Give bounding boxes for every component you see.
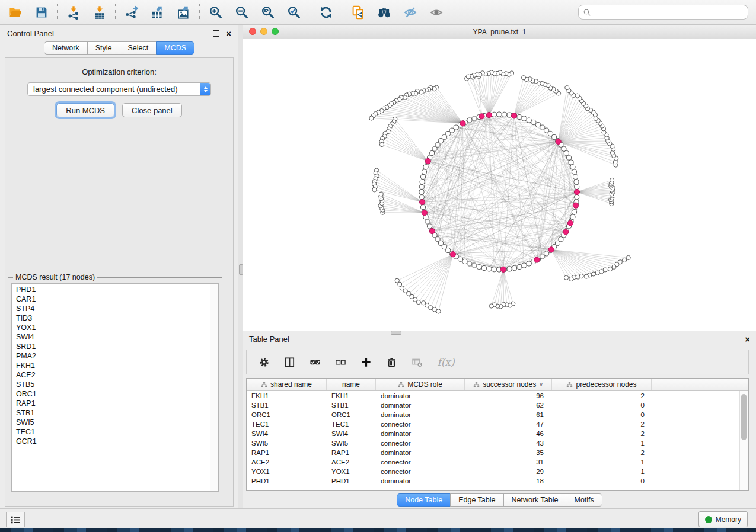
cell-MCDS-role[interactable]: dominator (376, 410, 465, 419)
horizontal-splitter[interactable] (391, 331, 401, 335)
cell-shared-name[interactable]: YOX1 (247, 467, 327, 476)
close-panel-button[interactable]: Close panel (122, 103, 182, 117)
save-session-icon[interactable] (34, 5, 49, 20)
cell-predecessor-nodes[interactable]: 2 (552, 448, 652, 457)
network-node[interactable] (420, 174, 425, 179)
network-node[interactable] (419, 184, 424, 189)
network-node[interactable] (472, 263, 477, 268)
mcds-result-item[interactable]: SWI5 (12, 418, 210, 427)
network-node[interactable] (477, 264, 481, 269)
cell-name[interactable]: SWI4 (327, 429, 376, 438)
table-tab-motifs[interactable]: Motifs (566, 493, 602, 507)
cell-MCDS-role[interactable]: dominator (376, 391, 465, 400)
mcds-result-item[interactable]: GCR1 (12, 437, 210, 446)
cell-name[interactable]: STB1 (327, 400, 376, 410)
network-node[interactable] (395, 278, 399, 283)
network-node[interactable] (507, 113, 512, 117)
network-node[interactable] (432, 307, 436, 312)
run-mcds-button[interactable]: Run MCDS (56, 103, 114, 117)
tab-style[interactable]: Style (87, 41, 120, 55)
table-row[interactable]: TEC1TEC1connector472 (247, 419, 748, 429)
table-row[interactable]: SWI5SWI5connector431 (247, 438, 748, 448)
network-node[interactable] (379, 142, 384, 146)
network-node[interactable] (565, 86, 569, 90)
network-node[interactable] (369, 116, 374, 120)
network-node[interactable] (626, 255, 630, 259)
network-node[interactable] (575, 195, 579, 200)
network-node[interactable] (570, 165, 575, 169)
select-all-icon[interactable] (308, 355, 321, 368)
mcds-hub-node[interactable] (500, 267, 506, 272)
cell-predecessor-nodes[interactable]: 0 (552, 400, 652, 410)
export-network-icon[interactable] (124, 5, 139, 20)
zoom-fit-icon[interactable] (260, 5, 276, 20)
network-node[interactable] (517, 114, 522, 119)
table-tab-edge-table[interactable]: Edge Table (450, 493, 503, 507)
network-node[interactable] (522, 263, 527, 268)
memory-button[interactable]: Memory (698, 511, 748, 527)
mcds-hub-node[interactable] (534, 257, 540, 262)
network-node[interactable] (573, 174, 578, 179)
network-node[interactable] (467, 118, 472, 123)
network-node[interactable] (612, 265, 616, 269)
search-box[interactable] (578, 5, 748, 20)
network-node[interactable] (531, 120, 536, 124)
cell-shared-name[interactable]: SWI5 (247, 438, 327, 448)
cell-shared-name[interactable]: SWI4 (247, 429, 327, 438)
network-node[interactable] (372, 188, 377, 192)
export-table-icon[interactable] (150, 5, 165, 20)
network-node[interactable] (570, 214, 575, 219)
network-node[interactable] (446, 248, 451, 252)
cell-predecessor-nodes[interactable]: 2 (552, 419, 652, 429)
cell-shared-name[interactable]: ORC1 (247, 410, 327, 419)
network-node[interactable] (422, 301, 426, 305)
cell-predecessor-nodes[interactable]: 1 (552, 438, 652, 448)
network-node[interactable] (572, 169, 576, 174)
cell-successor-nodes[interactable]: 96 (465, 391, 552, 400)
table-row[interactable]: RAP1RAP1dominator352 (247, 448, 748, 457)
close-panel-icon[interactable]: × (226, 31, 231, 36)
network-node[interactable] (425, 219, 430, 224)
network-node[interactable] (608, 267, 612, 271)
close-table-panel-icon[interactable]: × (745, 336, 750, 342)
mcds-hub-node[interactable] (556, 139, 561, 144)
cell-name[interactable]: TEC1 (327, 419, 376, 429)
cell-predecessor-nodes[interactable]: 0 (552, 476, 652, 486)
network-node[interactable] (454, 125, 458, 130)
mcds-hub-node[interactable] (450, 252, 455, 257)
cell-MCDS-role[interactable]: connector (376, 457, 465, 467)
network-node[interactable] (419, 90, 423, 94)
network-node[interactable] (562, 146, 566, 151)
mcds-hub-node[interactable] (429, 229, 435, 234)
mcds-result-item[interactable]: SRD1 (12, 342, 210, 351)
network-node[interactable] (462, 259, 467, 264)
window-close-icon[interactable] (249, 28, 256, 35)
mcds-result-item[interactable]: STP4 (12, 304, 210, 313)
network-node[interactable] (599, 270, 604, 274)
cell-shared-name[interactable]: FKH1 (247, 391, 327, 400)
mcds-result-item[interactable]: CAR1 (12, 294, 210, 304)
float-panel-icon[interactable] (213, 30, 219, 37)
network-node[interactable] (419, 190, 424, 194)
mcds-result-item[interactable]: SWI4 (12, 332, 210, 342)
cell-name[interactable]: YOX1 (327, 467, 376, 476)
cell-MCDS-role[interactable]: dominator (376, 400, 465, 410)
mcds-result-item[interactable]: FKH1 (12, 361, 210, 370)
first-neighbors-icon[interactable] (377, 5, 392, 20)
table-scrollbar[interactable] (739, 391, 748, 490)
table-row[interactable]: PHD1PHD1dominator180 (247, 476, 748, 486)
delete-column-icon[interactable] (385, 355, 398, 368)
cell-predecessor-nodes[interactable]: 1 (552, 457, 652, 467)
network-node[interactable] (569, 277, 573, 281)
copy-network-icon[interactable] (350, 5, 366, 20)
network-node[interactable] (569, 160, 573, 165)
network-node[interactable] (575, 184, 579, 189)
cell-MCDS-role[interactable]: connector (376, 419, 465, 429)
mcds-result-item[interactable]: TID3 (12, 313, 210, 323)
table-row[interactable]: SWI4SWI4dominator462 (247, 429, 748, 438)
tab-mcds[interactable]: MCDS (156, 41, 194, 55)
network-node[interactable] (472, 116, 477, 121)
hide-selected-icon[interactable] (403, 5, 418, 20)
network-node[interactable] (420, 180, 425, 184)
network-node[interactable] (576, 275, 580, 279)
